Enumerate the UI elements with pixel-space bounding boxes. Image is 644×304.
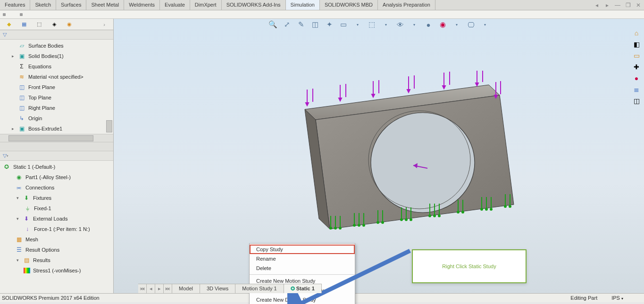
tab-model[interactable]: Model: [172, 284, 200, 293]
tab-sheetmetal[interactable]: Sheet Metal: [86, 0, 124, 10]
svg-point-33: [339, 227, 341, 229]
svg-point-49: [410, 219, 412, 221]
tab-addins[interactable]: SOLIDWORKS Add-Ins: [222, 0, 286, 10]
sim-external-loads[interactable]: ▾⬇External Loads: [0, 214, 113, 224]
display-manager-icon[interactable]: ◉: [65, 20, 74, 29]
tab-nav-next[interactable]: ▸: [155, 284, 164, 293]
tab-nav-prev[interactable]: ◂: [147, 284, 155, 293]
tree-equations[interactable]: ΣEquations: [0, 61, 105, 72]
custom-props-icon[interactable]: ◫: [632, 96, 641, 106]
view-orientation-icon[interactable]: ▭: [339, 20, 348, 29]
hide-show-icon[interactable]: 👁: [395, 20, 405, 29]
tree-solid-bodies[interactable]: ▸▣Solid Bodies(1): [0, 51, 105, 61]
panel-splitter[interactable]: [0, 142, 113, 151]
tab-nav-last[interactable]: ⏭: [164, 284, 172, 293]
tab-evaluate[interactable]: Evaluate: [160, 0, 190, 10]
tree-label: Surface Bodies: [28, 43, 64, 49]
sim-fixed1[interactable]: ⏚Fixed-1: [0, 203, 113, 214]
panel-overflow-icon[interactable]: ›: [100, 20, 109, 29]
ribbon-strip: [0, 10, 644, 19]
tree-boss-extrude[interactable]: ▸▣Boss-Extrude1: [0, 123, 105, 134]
status-units[interactable]: IPS ▾: [611, 295, 623, 301]
sim-mesh[interactable]: ▦Mesh: [0, 234, 113, 245]
tab-sketch[interactable]: Sketch: [30, 0, 56, 10]
graphics-viewport[interactable]: 🔍 ⤢ ✎ ◫ ✦ ▭ ▾ ⬚ ▾ 👁 ▾ ● ◉ ▾ 🖵 ▾ ⌂ ◧ ▭ ✚ …: [114, 19, 644, 293]
apply-scene-icon[interactable]: ◉: [438, 20, 447, 29]
view-palette-icon[interactable]: ●: [632, 74, 641, 83]
property-manager-icon[interactable]: ▦: [20, 20, 28, 29]
model-part: [279, 71, 524, 245]
sim-force1[interactable]: ↓Force-1 (:Per item: 1 N:): [0, 224, 113, 234]
tab-3dviews[interactable]: 3D Views: [200, 284, 235, 293]
tree-scroll-horizontal[interactable]: [0, 134, 113, 142]
sim-stress1[interactable]: Stress1 (-vonMises-): [0, 265, 113, 276]
tree-right-plane[interactable]: ◫Right Plane: [0, 103, 105, 113]
equations-icon: Σ: [18, 63, 25, 70]
scroll-thumb[interactable]: [8, 135, 93, 141]
zoom-area-icon[interactable]: ⤢: [282, 20, 292, 29]
feature-manager-icon[interactable]: ◆: [5, 20, 13, 29]
sim-filter[interactable]: ▽▾: [0, 151, 113, 161]
ribbon-handle-icon[interactable]: [3, 13, 6, 16]
tree-material[interactable]: ≋Material <not specified>: [0, 72, 105, 82]
config-manager-icon[interactable]: ⬚: [35, 20, 43, 29]
tree-label: Material <not specified>: [28, 74, 84, 80]
tree-top-plane[interactable]: ◫Top Plane: [0, 92, 105, 103]
tree-origin[interactable]: ↳Origin: [0, 113, 105, 123]
tab-static1[interactable]: ✪ Static 1: [284, 284, 322, 293]
dropdown-icon[interactable]: ▾: [410, 20, 419, 29]
sim-result-options[interactable]: ☰Result Options: [0, 245, 113, 255]
ribbon-handle-icon[interactable]: [20, 13, 23, 16]
win-next-icon[interactable]: ▸: [603, 1, 611, 9]
sim-study-root[interactable]: ✪Static 1 (-Default-): [0, 162, 113, 172]
sim-connections[interactable]: ⫘Connections: [0, 182, 113, 193]
annotation-callout: Right Click Static Study: [412, 249, 527, 283]
study-icon: ✪: [3, 163, 10, 171]
svg-point-53: [429, 215, 431, 217]
sim-fixtures[interactable]: ▾⬇Fixtures: [0, 193, 113, 203]
svg-point-64: [485, 208, 487, 210]
svg-marker-21: [443, 86, 445, 89]
edit-appearance-icon[interactable]: ●: [424, 20, 433, 29]
win-prev-icon[interactable]: ◂: [593, 1, 601, 9]
appearances-icon[interactable]: ≣: [632, 85, 641, 94]
dropdown-icon[interactable]: ▾: [480, 20, 490, 29]
home-icon[interactable]: ⌂: [632, 28, 641, 38]
win-close-icon[interactable]: ✕: [635, 1, 642, 9]
svg-point-37: [353, 224, 355, 226]
tab-surfaces[interactable]: Surfaces: [56, 0, 86, 10]
display-style-icon[interactable]: ⬚: [367, 20, 376, 29]
dropdown-icon[interactable]: ▾: [452, 20, 461, 29]
resources-icon[interactable]: ◧: [632, 40, 641, 49]
svg-marker-15: [372, 94, 375, 97]
tree-surface-bodies[interactable]: ▱Surface Bodies: [0, 41, 105, 51]
design-library-icon[interactable]: ▭: [632, 51, 641, 60]
tab-dimxpert[interactable]: DimXpert: [190, 0, 222, 10]
file-explorer-icon[interactable]: ✚: [632, 62, 641, 72]
tab-motion-study1[interactable]: Motion Study 1: [235, 284, 284, 293]
sim-label: Force-1 (:Per item: 1 N:): [34, 226, 90, 232]
heads-up-toolbar: 🔍 ⤢ ✎ ◫ ✦ ▭ ▾ ⬚ ▾ 👁 ▾ ● ◉ ▾ 🖵 ▾: [268, 20, 490, 29]
tab-nav-first[interactable]: ⏮: [138, 284, 147, 293]
tab-weldments[interactable]: Weldments: [124, 0, 160, 10]
win-minimize-icon[interactable]: —: [614, 1, 621, 9]
dimxpert-manager-icon[interactable]: ◈: [50, 20, 59, 29]
tree-front-plane[interactable]: ◫Front Plane: [0, 82, 105, 92]
tab-analysis-prep[interactable]: Analysis Preparation: [378, 0, 435, 10]
win-restore-icon[interactable]: ❐: [624, 1, 632, 9]
section-view-icon[interactable]: ◫: [310, 20, 320, 29]
dynamic-annotation-icon[interactable]: ✦: [325, 20, 334, 29]
zoom-fit-icon[interactable]: 🔍: [268, 20, 277, 29]
dropdown-icon[interactable]: ▾: [381, 20, 391, 29]
view-settings-icon[interactable]: 🖵: [466, 20, 476, 29]
tab-simulation[interactable]: Simulation: [286, 0, 320, 10]
tab-mbd[interactable]: SOLIDWORKS MBD: [320, 0, 378, 10]
dropdown-icon[interactable]: ▾: [353, 20, 362, 29]
sim-results[interactable]: ▾▤Results: [0, 255, 113, 265]
tree-filter[interactable]: ▽: [0, 30, 113, 40]
svg-point-32: [335, 227, 336, 229]
prev-view-icon[interactable]: ✎: [296, 20, 306, 29]
sim-part[interactable]: ◉Part1 (-Alloy Steel-): [0, 172, 113, 182]
tab-features[interactable]: Features: [0, 0, 30, 10]
tree-scroll-vertical[interactable]: [105, 40, 113, 134]
